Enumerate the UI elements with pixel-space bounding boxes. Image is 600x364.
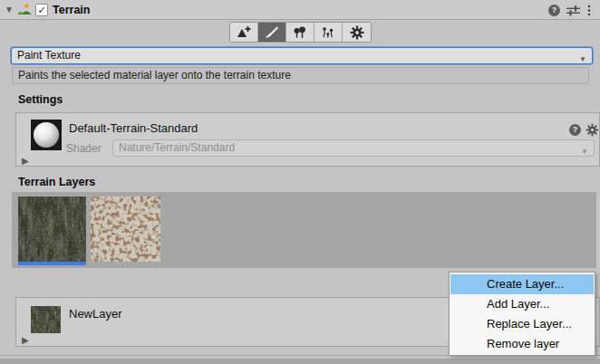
paint-tool-dropdown-value: Paint Texture bbox=[17, 49, 81, 62]
menu-item-remove-layer[interactable]: Remove layer bbox=[450, 334, 594, 354]
material-gear-icon[interactable] bbox=[585, 123, 599, 137]
shader-dropdown-disabled: Nature/Terrain/Standard ▼ bbox=[112, 139, 595, 157]
more-options-kebab-icon[interactable] bbox=[585, 5, 594, 16]
tool-paint-trees-button[interactable] bbox=[286, 23, 315, 42]
menu-item-add-layer[interactable]: Add Layer... bbox=[450, 294, 594, 314]
tool-create-neighbor-terrains-button[interactable] bbox=[230, 23, 258, 42]
tool-terrain-settings-button[interactable] bbox=[343, 23, 371, 42]
settings-section-label: Settings bbox=[18, 93, 63, 106]
terrain-tool-toolbar bbox=[229, 22, 372, 43]
inspector-bottom-strip bbox=[0, 359, 600, 364]
material-preview-thumbnail[interactable] bbox=[31, 120, 62, 150]
layer-name-field[interactable]: NewLayer bbox=[69, 307, 122, 321]
menu-item-replace-layer[interactable]: Replace Layer... bbox=[450, 314, 594, 334]
material-name: Default-Terrain-Standard bbox=[69, 121, 198, 135]
presets-icon[interactable] bbox=[566, 5, 580, 16]
material-preview-sphere bbox=[34, 122, 59, 148]
terrain-layers-section-label: Terrain Layers bbox=[18, 176, 95, 188]
terrain-layers-palette[interactable] bbox=[12, 192, 596, 268]
tool-description-text: Paints the selected material layer onto … bbox=[18, 69, 291, 81]
chevron-down-icon: ▼ bbox=[579, 52, 586, 67]
layer-context-menu: Create Layer... Add Layer... Replace Lay… bbox=[449, 272, 595, 356]
terrain-material-box: Default-Terrain-Standard ? Shader Nature… bbox=[15, 112, 600, 167]
chevron-down-icon: ▼ bbox=[581, 144, 588, 159]
component-enabled-checkbox[interactable]: ✓ bbox=[35, 4, 48, 16]
component-title: Terrain bbox=[53, 4, 90, 16]
component-help-icon[interactable]: ? bbox=[548, 5, 560, 16]
terrain-layer-thumbnail-stone[interactable] bbox=[91, 196, 160, 262]
terrain-component-icon bbox=[17, 3, 32, 17]
menu-item-create-layer[interactable]: Create Layer... bbox=[450, 274, 594, 294]
shader-field-label: Shader bbox=[66, 142, 102, 155]
material-help-icon[interactable]: ? bbox=[569, 124, 581, 136]
unity-inspector-terrain: { "icons": { "foldout_open": "▼", "foldo… bbox=[0, 0, 600, 364]
terrain-layer-thumbnail-grass[interactable] bbox=[18, 196, 86, 262]
material-foldout-arrow[interactable]: ▶ bbox=[22, 151, 29, 171]
tool-description-helpbox: Paints the selected material layer onto … bbox=[12, 67, 589, 84]
shader-dropdown-value: Nature/Terrain/Standard bbox=[119, 141, 235, 154]
component-foldout-arrow[interactable]: ▼ bbox=[5, 0, 14, 20]
layer-foldout-arrow[interactable]: ▶ bbox=[22, 330, 29, 350]
paint-tool-dropdown[interactable]: Paint Texture ▼ bbox=[11, 47, 593, 64]
tool-paint-details-button[interactable] bbox=[315, 23, 343, 42]
selected-layer-thumbnail[interactable] bbox=[31, 306, 61, 333]
terrain-component-header: ▼ ✓ Terrain ? bbox=[0, 0, 600, 20]
tool-paint-terrain-button[interactable] bbox=[258, 23, 286, 42]
selected-layer-indicator bbox=[18, 262, 86, 265]
